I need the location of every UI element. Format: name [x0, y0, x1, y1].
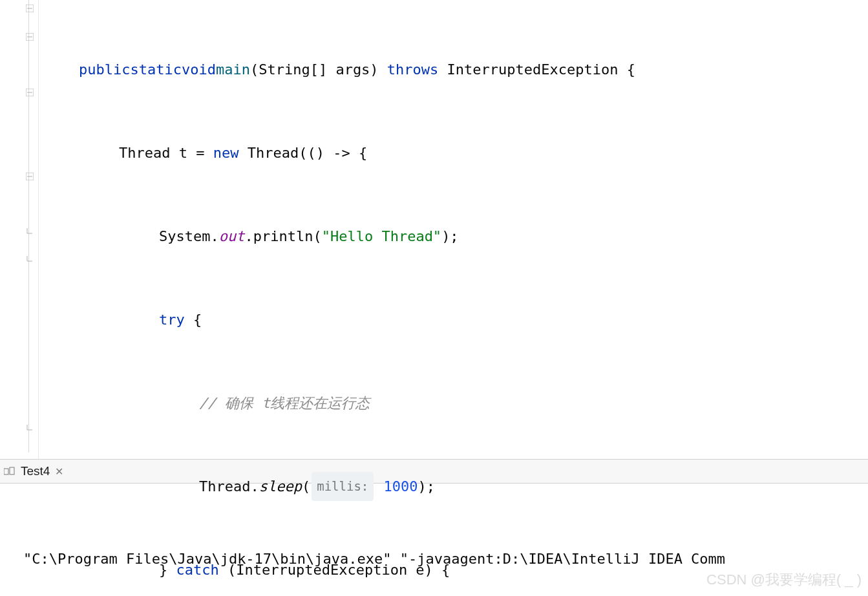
- param-hint: millis:: [312, 472, 374, 501]
- fold-end-icon[interactable]: [25, 254, 35, 263]
- fold-minus-icon[interactable]: [25, 32, 35, 41]
- svg-rect-9: [10, 467, 14, 474]
- fold-end-icon[interactable]: [25, 423, 35, 432]
- fold-end-icon[interactable]: [25, 226, 35, 235]
- console-tab[interactable]: Test4: [21, 464, 50, 478]
- console-line: "C:\Program Files\Java\jdk-17\bin\java.e…: [23, 546, 868, 573]
- editor-area: public static void main(String[] args) t…: [0, 0, 868, 459]
- svg-rect-8: [4, 469, 8, 474]
- fold-minus-icon[interactable]: [25, 88, 35, 97]
- close-icon[interactable]: ✕: [55, 465, 63, 478]
- fold-minus-icon[interactable]: [25, 4, 35, 13]
- gutter: [0, 0, 39, 459]
- run-output-icon: [4, 467, 16, 476]
- code-content[interactable]: public static void main(String[] args) t…: [39, 0, 635, 459]
- fold-minus-icon[interactable]: [25, 172, 35, 181]
